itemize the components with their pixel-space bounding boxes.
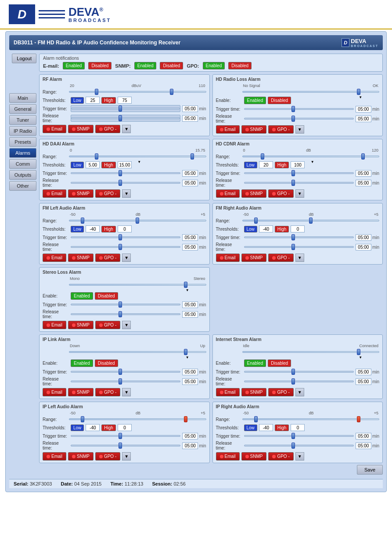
ip-right-low-input[interactable]: [259, 424, 273, 431]
nav-main[interactable]: Main: [9, 93, 36, 103]
internet-stream-email-btn[interactable]: Email: [216, 388, 240, 396]
hd-cdnr-gpo-dropdown[interactable]: ▼: [295, 189, 304, 198]
ip-right-high-btn[interactable]: High: [275, 424, 289, 431]
hd-daai-snmp-btn[interactable]: SNMP: [68, 189, 94, 198]
nav-other[interactable]: Other: [9, 181, 36, 191]
hd-radio-loss-gpo-dropdown[interactable]: ▼: [295, 125, 304, 134]
internet-stream-snmp-btn[interactable]: SNMP: [241, 388, 267, 396]
fm-right-trigger-slider[interactable]: [244, 234, 354, 241]
gpo-disabled-btn[interactable]: Disabled: [228, 62, 252, 69]
rf-low-btn[interactable]: Low: [71, 97, 84, 104]
ip-link-snmp-btn[interactable]: SNMP: [68, 388, 94, 396]
fm-right-high-btn[interactable]: High: [275, 226, 289, 232]
rf-gpo-dropdown[interactable]: ▼: [122, 125, 131, 133]
fm-right-email-btn[interactable]: Email: [216, 254, 240, 262]
rf-snmp-btn[interactable]: SNMP: [68, 125, 94, 133]
email-enabled-btn[interactable]: Enabled: [63, 62, 85, 69]
hd-daai-gpo-btn[interactable]: GPO -: [95, 189, 120, 198]
hd-cdnr-low-btn[interactable]: Low: [244, 162, 257, 168]
ip-right-release-slider[interactable]: [244, 442, 354, 449]
rf-trigger-slider[interactable]: [71, 105, 180, 112]
stereo-loss-email-btn[interactable]: Email: [43, 321, 66, 329]
fm-right-release-slider[interactable]: [244, 243, 354, 250]
fm-left-trigger-slider[interactable]: [71, 234, 180, 241]
ip-link-trigger-slider[interactable]: [71, 368, 180, 375]
hd-radio-loss-disabled-btn[interactable]: Disabled: [268, 97, 291, 104]
hd-cdnr-email-btn[interactable]: Email: [216, 189, 240, 198]
ip-left-high-input[interactable]: [118, 424, 132, 431]
ip-link-enabled-btn[interactable]: Enabled: [71, 359, 93, 367]
ip-right-trigger-slider[interactable]: [244, 432, 354, 439]
ip-link-email-btn[interactable]: Email: [43, 388, 66, 396]
ip-right-high-input[interactable]: [291, 424, 305, 431]
stereo-loss-snmp-btn[interactable]: SNMP: [68, 321, 94, 329]
hd-radio-loss-email-btn[interactable]: Email: [216, 125, 240, 134]
nav-tuner[interactable]: Tuner: [9, 115, 36, 125]
hd-cdnr-high-btn[interactable]: High: [275, 162, 289, 168]
fm-left-release-slider[interactable]: [71, 243, 180, 250]
internet-stream-disabled-btn[interactable]: Disabled: [268, 359, 291, 367]
hd-cdnr-snmp-btn[interactable]: SNMP: [241, 189, 267, 198]
ip-right-slider[interactable]: [242, 416, 380, 423]
fm-right-snmp-btn[interactable]: SNMP: [241, 254, 267, 262]
fm-right-high-input[interactable]: [291, 225, 305, 232]
hd-daai-high-btn[interactable]: High: [101, 162, 116, 168]
nav-ip-radio[interactable]: IP Radio: [9, 126, 36, 136]
fm-right-low-btn[interactable]: Low: [244, 226, 257, 232]
nav-comm[interactable]: Comm: [9, 159, 36, 169]
logout-button[interactable]: Logout: [12, 54, 36, 63]
ip-right-gpo-btn[interactable]: GPO -: [268, 452, 293, 461]
ip-left-slider[interactable]: [69, 416, 206, 423]
fm-left-slider[interactable]: [69, 217, 206, 224]
fm-right-slider[interactable]: [242, 217, 380, 224]
hd-cdnr-slider[interactable]: ▼: [242, 153, 380, 160]
save-button[interactable]: Save: [357, 465, 383, 475]
rf-email-btn[interactable]: Email: [43, 125, 66, 133]
internet-stream-release-slider[interactable]: [244, 378, 354, 385]
snmp-enabled-btn[interactable]: Enabled: [134, 62, 157, 69]
ip-right-email-btn[interactable]: Email: [216, 452, 240, 461]
ip-link-gpo-btn[interactable]: GPO -: [95, 388, 120, 396]
hd-daai-release-slider[interactable]: [71, 179, 180, 186]
hd-cdnr-high-input[interactable]: [291, 161, 305, 168]
fm-left-gpo-dropdown[interactable]: ▼: [122, 254, 131, 262]
ip-link-release-slider[interactable]: [71, 378, 180, 385]
internet-stream-slider[interactable]: ▼: [242, 348, 380, 355]
fm-left-snmp-btn[interactable]: SNMP: [68, 254, 94, 262]
rf-gpo-btn[interactable]: GPO -: [95, 125, 120, 133]
hd-radio-loss-release-slider[interactable]: [244, 115, 354, 122]
ip-link-disabled-btn[interactable]: Disabled: [95, 359, 118, 367]
fm-right-low-input[interactable]: [259, 225, 273, 232]
stereo-loss-enabled-btn[interactable]: Enabled: [71, 292, 93, 300]
hd-radio-loss-gpo-btn[interactable]: GPO -: [268, 125, 293, 134]
hd-radio-loss-snmp-btn[interactable]: SNMP: [241, 125, 267, 134]
hd-cdnr-release-slider[interactable]: [244, 179, 354, 186]
hd-radio-loss-trigger-slider[interactable]: [244, 105, 354, 112]
hd-cdnr-trigger-slider[interactable]: [244, 170, 354, 177]
hd-cdnr-gpo-btn[interactable]: GPO -: [268, 189, 293, 198]
fm-left-low-btn[interactable]: Low: [71, 226, 84, 232]
rf-release-slider[interactable]: [71, 115, 180, 122]
ip-right-low-btn[interactable]: Low: [244, 424, 257, 431]
internet-stream-gpo-btn[interactable]: GPO -: [268, 388, 293, 396]
ip-link-gpo-dropdown[interactable]: ▼: [122, 388, 131, 396]
ip-left-email-btn[interactable]: Email: [43, 452, 66, 461]
hd-daai-gpo-dropdown[interactable]: ▼: [122, 189, 131, 198]
hd-daai-high-input[interactable]: [118, 161, 132, 168]
hd-daai-slider[interactable]: ▼: [69, 153, 206, 160]
hd-daai-low-input[interactable]: [86, 161, 100, 168]
fm-left-email-btn[interactable]: Email: [43, 254, 66, 262]
fm-left-low-input[interactable]: [86, 225, 100, 232]
ip-left-gpo-btn[interactable]: GPO -: [95, 452, 120, 461]
fm-left-gpo-btn[interactable]: GPO -: [95, 254, 120, 262]
hd-daai-trigger-slider[interactable]: [71, 170, 180, 177]
rf-high-input[interactable]: [118, 97, 132, 104]
snmp-disabled-btn[interactable]: Disabled: [160, 62, 183, 69]
fm-left-high-btn[interactable]: High: [101, 226, 116, 232]
ip-left-low-input[interactable]: [86, 424, 100, 431]
gpo-enabled-btn[interactable]: Enabled: [203, 62, 225, 69]
nav-general[interactable]: General: [9, 104, 36, 114]
stereo-loss-release-slider[interactable]: [71, 311, 180, 318]
nav-outputs[interactable]: Outputs: [9, 170, 36, 180]
fm-right-gpo-btn[interactable]: GPO -: [268, 254, 293, 262]
